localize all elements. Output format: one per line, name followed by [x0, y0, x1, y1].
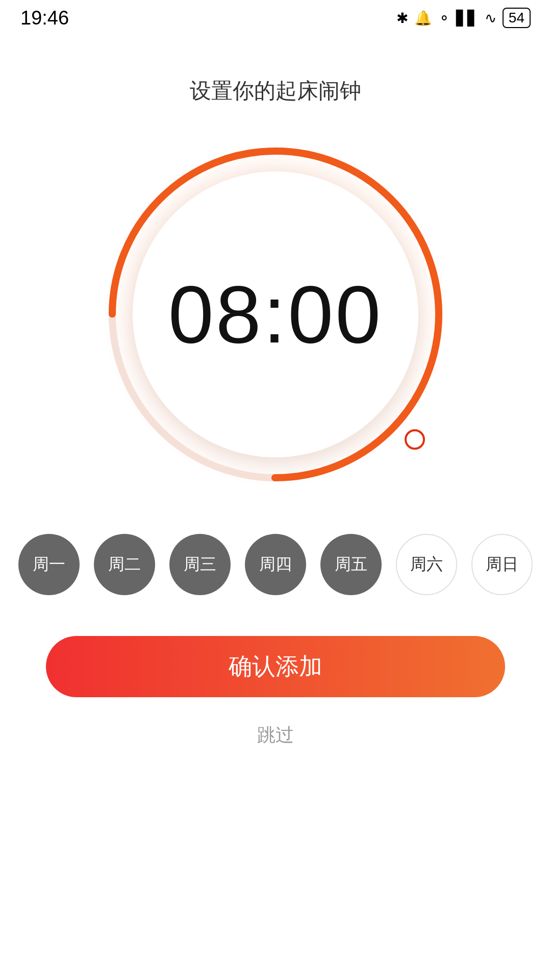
mute-icon: 🔔: [414, 10, 432, 27]
clock-arc-svg: [97, 136, 454, 493]
days-selector: 周一周二周三周四周五周六周日: [18, 534, 533, 595]
skip-button[interactable]: 跳过: [257, 723, 294, 748]
status-icons: ✱ 🔔 ⚬ ▋▋ ∿ 54: [396, 8, 531, 28]
bluetooth-icon: ✱: [396, 10, 408, 27]
day-button-0[interactable]: 周一: [18, 534, 80, 595]
page-title: 设置你的起床闹钟: [190, 77, 361, 105]
battery-indicator: 54: [503, 8, 531, 28]
alarm-icon: ⚬: [438, 10, 450, 27]
clock-handle: [406, 430, 424, 449]
signal-icon: ▋▋: [456, 10, 479, 27]
confirm-add-button[interactable]: 确认添加: [46, 636, 505, 697]
clock-dial[interactable]: 08:00: [97, 136, 454, 493]
wifi-icon: ∿: [485, 10, 496, 27]
day-button-6[interactable]: 周日: [471, 534, 533, 595]
day-button-2[interactable]: 周三: [169, 534, 231, 595]
day-button-5[interactable]: 周六: [396, 534, 457, 595]
status-time: 19:46: [20, 7, 69, 29]
day-button-3[interactable]: 周四: [245, 534, 306, 595]
day-button-4[interactable]: 周五: [320, 534, 382, 595]
main-content: 设置你的起床闹钟: [0, 36, 551, 980]
status-bar: 19:46 ✱ 🔔 ⚬ ▋▋ ∿ 54: [0, 0, 551, 36]
day-button-1[interactable]: 周二: [94, 534, 155, 595]
